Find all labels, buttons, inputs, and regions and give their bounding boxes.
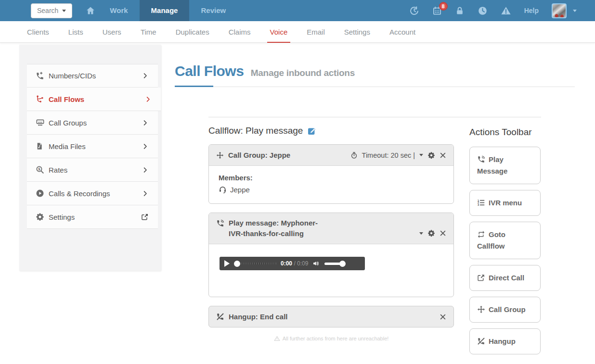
chevron-down-icon <box>62 10 66 12</box>
sidebar-item-label: Call Groups <box>49 119 87 127</box>
nav-tab-work[interactable]: Work <box>98 0 139 21</box>
voice-side-panel: Numbers/CIDs Call Flows Call Groups <box>19 45 161 271</box>
sidebar-item-calls-recordings[interactable]: Calls & Recordings <box>27 182 158 205</box>
phone-plus-icon <box>36 72 49 80</box>
subnav-tab-email[interactable]: Email <box>297 21 335 43</box>
timeout-dropdown-button[interactable] <box>419 154 423 156</box>
ordered-list-icon: 123 <box>477 199 485 207</box>
call-split-icon <box>36 95 49 103</box>
audio-seek-knob[interactable] <box>234 261 240 267</box>
sidebar-item-rates[interactable]: $ Rates <box>27 158 158 182</box>
nav-tab-review[interactable]: Review <box>189 0 237 21</box>
audio-seek-slider[interactable] <box>234 261 276 267</box>
play-message-card-body: 0:00 / 0:09 <box>209 257 453 297</box>
toolbar-ivr-menu-button[interactable]: 123IVR menu <box>469 190 541 216</box>
sidebar-item-call-groups[interactable]: Call Groups <box>27 111 158 135</box>
call-group-settings-button[interactable] <box>427 151 435 159</box>
subnav-tab-voice[interactable]: Voice <box>260 21 298 43</box>
nav-tab-manage[interactable]: Manage <box>140 0 190 21</box>
subnav-tab-account[interactable]: Account <box>380 21 425 43</box>
toolbar-hangup-button[interactable]: Hangup <box>469 328 541 354</box>
member-row: Jeppe <box>219 186 444 194</box>
card-title: Call Group: Jeppe <box>228 151 290 159</box>
warning-icon <box>501 6 511 16</box>
subnav-tab-settings[interactable]: Settings <box>335 21 380 43</box>
toolbar-direct-call-button[interactable]: Direct Call <box>469 265 541 291</box>
home-icon <box>86 6 95 15</box>
audio-player: 0:00 / 0:09 <box>220 257 365 270</box>
top-navbar: Search Work Manage Review 8 Help <box>0 0 595 21</box>
audio-play-button[interactable] <box>224 260 230 267</box>
audio-time-separator: / <box>294 260 295 267</box>
voice-side-menu: Numbers/CIDs Call Flows Call Groups <box>27 64 161 229</box>
chevron-right-icon <box>142 72 149 79</box>
sidebar-item-settings[interactable]: Settings <box>27 205 158 229</box>
play-message-card-header: Play message: Myphoner-IVR-thanks-for-ca… <box>209 213 453 244</box>
manage-subnav: Clients Lists Users Time Duplicates Clai… <box>0 21 595 43</box>
calendar-button[interactable]: 8 <box>432 6 442 16</box>
unreachable-warning-text: All further actions from here are unreac… <box>283 336 389 341</box>
time-button[interactable] <box>478 6 488 16</box>
call-group-header-controls: Timeout: 20 sec | <box>350 151 446 159</box>
speaker-icon <box>312 260 320 267</box>
action-card-call-group: Call Group: Jeppe Timeout: 20 sec | Memb… <box>208 144 454 204</box>
svg-text:3: 3 <box>478 203 479 206</box>
play-message-remove-button[interactable] <box>440 230 446 237</box>
search-dropdown-button[interactable]: Search <box>31 3 72 18</box>
toolbar-play-message-button[interactable]: Play Message <box>469 147 541 184</box>
sidebar-item-call-flows[interactable]: Call Flows <box>27 88 161 111</box>
toolbar-call-group-button[interactable]: Call Group <box>469 297 541 323</box>
subnav-tab-lists[interactable]: Lists <box>59 21 93 43</box>
external-link-icon <box>141 213 149 221</box>
volume-knob[interactable] <box>339 261 346 267</box>
svg-text:$: $ <box>38 167 40 171</box>
mute-button[interactable] <box>312 260 320 267</box>
external-link-icon <box>477 274 485 282</box>
sidebar-item-numbers-cids[interactable]: Numbers/CIDs <box>27 64 158 88</box>
gear-icon <box>427 229 435 237</box>
alerts-button[interactable] <box>501 6 511 16</box>
play-message-dropdown-button[interactable] <box>419 232 423 235</box>
calendar-badge: 8 <box>439 2 448 11</box>
avatar-chevron-down-icon[interactable] <box>573 10 577 12</box>
page-subtitle: Manage inbound actions <box>251 68 355 78</box>
history-button[interactable] <box>409 6 419 16</box>
toolbar-button-label: Hangup <box>489 337 516 345</box>
members-label: Members: <box>219 174 444 182</box>
audio-duration: 0:09 <box>297 260 308 267</box>
sidebar-item-label: Media Files <box>49 142 86 151</box>
toolbar-button-label: Call Group <box>489 305 526 314</box>
heading-rule <box>175 87 575 87</box>
lock-button[interactable] <box>455 6 465 16</box>
audio-current-time: 0:00 <box>281 260 292 267</box>
move-icon <box>477 305 485 314</box>
help-link[interactable]: Help <box>524 7 539 14</box>
drag-handle[interactable] <box>216 151 224 159</box>
member-name: Jeppe <box>230 186 250 194</box>
subnav-tab-clients[interactable]: Clients <box>17 21 59 43</box>
volume-slider[interactable] <box>324 263 345 265</box>
phone-volume-icon <box>216 219 224 227</box>
audio-seek-track <box>239 263 276 264</box>
home-button[interactable] <box>83 0 98 21</box>
sidebar-item-label: Calls & Recordings <box>49 189 110 198</box>
close-icon <box>440 314 446 320</box>
hangup-remove-button[interactable] <box>440 314 446 320</box>
topnav-right-cluster: 8 Help <box>409 3 595 18</box>
subnav-tab-users[interactable]: Users <box>93 21 131 43</box>
toolbar-goto-callflow-button[interactable]: Goto Callflow <box>469 222 541 259</box>
call-group-remove-button[interactable] <box>440 152 446 159</box>
play-message-settings-button[interactable] <box>427 229 435 237</box>
sidebar-item-label: Call Flows <box>49 95 84 103</box>
edit-callflow-button[interactable] <box>307 126 316 136</box>
unreachable-warning: All further actions from here are unreac… <box>208 336 454 341</box>
subnav-tab-time[interactable]: Time <box>131 21 166 43</box>
call-group-card-body: Members: Jeppe <box>209 166 453 203</box>
avatar[interactable] <box>552 3 567 18</box>
search-dropdown-label: Search <box>37 7 58 14</box>
sidebar-item-media-files[interactable]: Media Files <box>27 135 158 158</box>
warning-small-icon <box>274 336 280 341</box>
subnav-tab-claims[interactable]: Claims <box>219 21 260 43</box>
play-message-icon-wrap <box>216 219 224 227</box>
subnav-tab-duplicates[interactable]: Duplicates <box>166 21 219 43</box>
